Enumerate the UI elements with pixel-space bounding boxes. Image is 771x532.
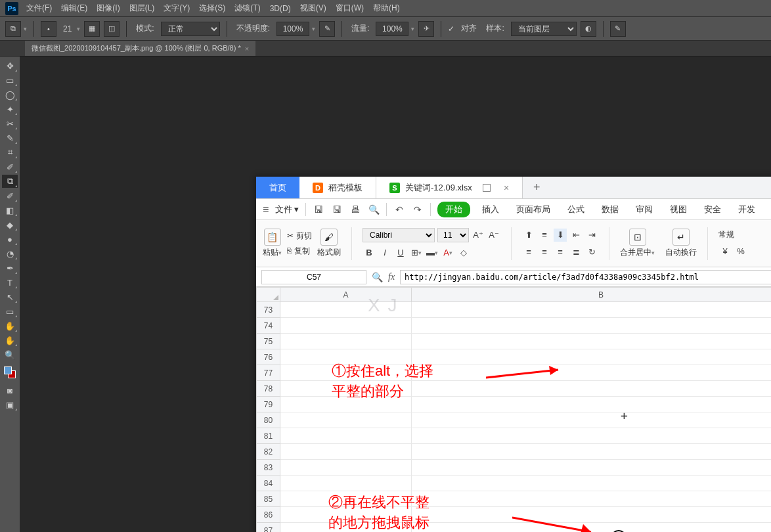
font-color-button[interactable]: A▾ [441,246,454,259]
ps-canvas[interactable]: 首页 D 稻壳模板 S 关键词-12.09.xlsx × + ≡ 文件▾ 🖫 🖫… [20,56,771,532]
menu-edit[interactable]: 编辑(E) [61,3,87,14]
italic-button[interactable]: I [378,246,391,259]
menu-3d[interactable]: 3D(D) [270,4,291,13]
percent-icon[interactable]: % [734,244,747,257]
font-size-select[interactable]: 11 [437,228,469,242]
menu-layer[interactable]: 图层(L) [129,3,155,14]
table-row[interactable]: 73 [257,302,772,318]
cell[interactable] [412,318,772,334]
close-icon[interactable]: × [245,45,249,53]
cell[interactable] [412,365,772,381]
cell[interactable] [280,365,412,381]
font-select[interactable]: Calibri [363,228,435,242]
cell[interactable] [280,412,412,428]
crop-tool-icon[interactable]: ✂ [2,117,18,130]
cell[interactable] [280,476,412,491]
hamburger-icon[interactable]: ≡ [263,204,269,215]
formula-input[interactable] [400,270,771,284]
align-right-icon[interactable]: ≡ [554,246,567,259]
brush-panel-icon[interactable]: ▦ [84,21,100,37]
menu-select[interactable]: 选择(S) [199,3,225,14]
ribbon-tab-layout[interactable]: 页面布局 [511,202,556,217]
redo-icon[interactable]: ↷ [412,204,424,215]
wrap-text-button[interactable]: ↵自动换行 [665,229,697,258]
align-left-icon[interactable]: ≡ [522,246,535,259]
cell[interactable] [280,507,412,523]
flow-input[interactable] [376,22,408,36]
quickmask-icon[interactable]: ◙ [2,384,18,397]
table-row[interactable]: 75 [257,334,772,349]
zoom-tool-icon[interactable]: 🔍 [2,348,18,361]
path-tool-icon[interactable]: ↖ [2,290,18,303]
close-icon[interactable]: × [504,183,509,193]
cell[interactable] [412,507,772,523]
align-label[interactable]: 对齐 [461,23,477,34]
history-brush-tool-icon[interactable]: ✐ [2,189,18,202]
table-row[interactable]: 82 [257,444,772,460]
tool-preset-icon[interactable]: ⧉ [5,21,21,37]
indent-inc-icon[interactable]: ⇥ [585,229,598,242]
undo-icon[interactable]: ↶ [393,204,405,215]
pressure-size-icon[interactable]: ✎ [610,21,626,37]
menu-help[interactable]: 帮助(H) [373,3,400,14]
cell[interactable] [412,491,772,507]
fill-color-button[interactable]: ▬▾ [426,246,439,259]
lasso-tool-icon[interactable]: ◯ [2,88,18,101]
cell[interactable] [280,428,412,444]
ribbon-tab-formula[interactable]: 公式 [562,202,590,217]
table-row[interactable]: 74 [257,318,772,334]
row-header[interactable]: 75 [257,334,280,349]
fx-icon[interactable]: fx [388,272,395,282]
cell[interactable] [280,397,412,412]
bold-button[interactable]: B [363,246,376,259]
name-box-input[interactable] [261,270,366,284]
ignore-adj-icon[interactable]: ◐ [581,21,596,37]
cell[interactable] [412,428,772,444]
col-header-b[interactable]: B [412,288,772,302]
menu-image[interactable]: 图像(I) [97,3,120,14]
row-header[interactable]: 83 [257,460,280,476]
type-tool-icon[interactable]: T [2,276,18,289]
align-center-icon[interactable]: ≡ [538,246,551,259]
preview-icon[interactable]: 🔍 [368,204,380,215]
row-header[interactable]: 79 [257,397,280,412]
table-row[interactable]: 81 [257,428,772,444]
copy-button[interactable]: ⎘复制 [287,246,312,257]
screenmode-icon[interactable]: ▣ [2,398,18,411]
row-header[interactable]: 76 [257,349,280,365]
print-icon[interactable]: 🖶 [349,204,361,215]
table-row[interactable]: 76 [257,349,772,365]
cell[interactable] [412,397,772,412]
cell[interactable] [412,381,772,397]
number-format-label[interactable]: 常规 [718,229,734,240]
eyedropper-tool-icon[interactable]: ✎ [2,131,18,144]
wps-tab-add[interactable]: + [523,177,551,198]
dodge-tool-icon[interactable]: ◔ [2,247,18,260]
menu-filter[interactable]: 滤镜(T) [234,3,260,14]
row-header[interactable]: 80 [257,412,280,428]
cell[interactable] [412,334,772,349]
table-row[interactable]: 79 [257,397,772,412]
select-all-corner[interactable] [257,288,280,302]
table-row[interactable]: 80 [257,412,772,428]
chevron-down-icon[interactable]: ▾ [24,26,27,32]
align-mid-icon[interactable]: ≡ [538,229,551,242]
stamp-tool-icon[interactable]: ⧉ [2,175,18,188]
wps-tab-file[interactable]: S 关键词-12.09.xlsx × [376,177,523,198]
airbrush-icon[interactable]: ✈ [418,21,434,37]
cell[interactable] [280,334,412,349]
row-header[interactable]: 74 [257,318,280,334]
ribbon-tab-dev[interactable]: 开发 [733,202,760,217]
save-icon[interactable]: 🖫 [313,204,324,215]
eraser-tool-icon[interactable]: ◧ [2,204,18,217]
increase-font-icon[interactable]: A⁺ [472,229,485,242]
blur-tool-icon[interactable]: ● [2,233,18,246]
table-row[interactable]: 77 [257,365,772,381]
cell[interactable] [412,460,772,476]
heal-tool-icon[interactable]: ⌗ [2,146,18,159]
row-header[interactable]: 77 [257,365,280,381]
brush-tool-icon[interactable]: ✐ [2,160,18,173]
justify-icon[interactable]: ≣ [569,246,583,259]
cell[interactable] [412,523,772,533]
marquee-tool-icon[interactable]: ▭ [2,74,18,87]
